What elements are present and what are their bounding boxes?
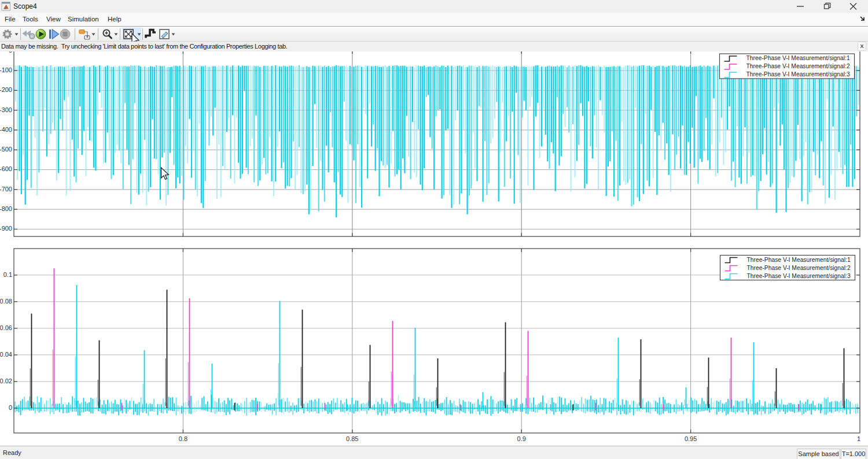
svg-text:Three-Phase V-I Measurement/si: Three-Phase V-I Measurement/signal:1 <box>746 55 850 61</box>
svg-text:-700: -700 <box>0 186 12 193</box>
svg-text:0.9: 0.9 <box>517 435 526 442</box>
svg-text:0.1: 0.1 <box>3 271 12 278</box>
svg-text:0.04: 0.04 <box>0 351 12 358</box>
svg-text:0.08: 0.08 <box>0 298 12 305</box>
svg-text:-600: -600 <box>0 165 12 172</box>
svg-text:-100: -100 <box>0 66 12 73</box>
svg-text:-900: -900 <box>0 225 12 232</box>
svg-text:-400: -400 <box>0 126 12 133</box>
svg-text:0.85: 0.85 <box>346 435 358 442</box>
svg-text:0: 0 <box>9 404 12 411</box>
svg-text:0.06: 0.06 <box>0 324 12 331</box>
svg-text:-200: -200 <box>0 86 12 93</box>
svg-text:Three-Phase V-I Measurement/si: Three-Phase V-I Measurement/signal:2 <box>746 63 850 69</box>
svg-text:Three-Phase V-I Measurement/si: Three-Phase V-I Measurement/signal:2 <box>747 265 851 271</box>
svg-text:Three-Phase V-I Measurement/si: Three-Phase V-I Measurement/signal:3 <box>747 273 851 279</box>
svg-text:-500: -500 <box>0 146 12 153</box>
svg-text:0.02: 0.02 <box>0 377 12 384</box>
svg-text:0.95: 0.95 <box>685 435 697 442</box>
svg-text:Three-Phase V-I Measurement/si: Three-Phase V-I Measurement/signal:1 <box>747 257 851 263</box>
svg-text:Three-Phase V-I Measurement/si: Three-Phase V-I Measurement/signal:3 <box>746 71 850 77</box>
svg-text:-800: -800 <box>0 205 12 212</box>
svg-text:1: 1 <box>857 435 860 442</box>
svg-text:-300: -300 <box>0 106 12 113</box>
svg-text:0.8: 0.8 <box>179 435 187 442</box>
